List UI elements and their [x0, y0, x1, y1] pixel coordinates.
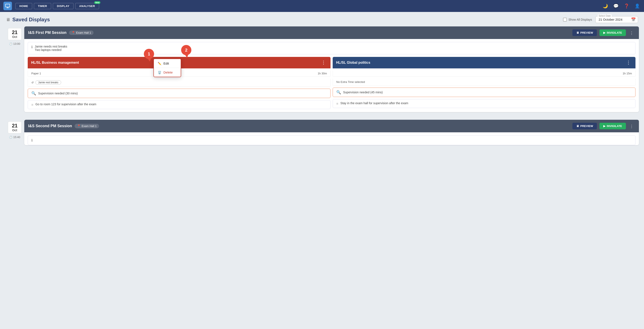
date-day-2: 21: [8, 123, 21, 128]
page-title: Saved Displays: [12, 16, 50, 22]
delete-label: Delete: [164, 70, 172, 74]
date-time-2: 🕐 15:40: [9, 136, 20, 139]
page-title-wrap: 🖥 Saved Displays: [6, 16, 50, 22]
nav-icons: 🌙 💬 ❓ 👤: [602, 2, 640, 10]
edit-label: Edit: [164, 62, 169, 65]
subject-more-button-2[interactable]: ⋮: [625, 60, 632, 66]
show-all-checkbox[interactable]: [563, 18, 567, 22]
note-text-2: Stay in the exam hall for supervision af…: [340, 102, 408, 105]
info-icon-1: ℹ: [31, 45, 32, 49]
session-header-1: I&S First PM Session 📍 Exam Hall 1 🖥 PRE…: [24, 26, 639, 39]
date-badge-2: 21 Oct: [8, 122, 22, 134]
session-2-section: 21 Oct 🕐 15:40 I&S Second PM Session 📍 E…: [5, 120, 639, 145]
location-label-1: Exam Hall 1: [76, 31, 91, 34]
page-header-right: Show All Displays Select Date 21 October…: [563, 16, 638, 23]
no-extra-time-text: No Extra Time selected: [336, 80, 365, 84]
nav-home-button[interactable]: HOME: [15, 3, 32, 9]
session-location-2: 📍 Exam Hall 1: [74, 124, 99, 128]
session-location-1: 📍 Exam Hall 1: [69, 30, 94, 35]
date-field-label: Select Date: [598, 14, 612, 17]
paper-label-1: Paper 1: [31, 72, 41, 75]
supervision-text-1: Supervision needed (30 mins): [38, 92, 78, 95]
note-icon-2: ≡: [336, 102, 338, 106]
session-2-col: I&S Second PM Session 📍 Exam Hall 1 🖥 PR…: [24, 120, 639, 145]
location-label-2: Exam Hall 1: [82, 124, 96, 128]
duration-1: 1h 30m: [318, 72, 327, 75]
location-pin-icon-1: 📍: [72, 31, 75, 34]
main-content: 21 Oct 🕐 13:00 I&S First PM Session: [5, 26, 639, 116]
nav-analyser-wrap: ANALYSER New: [75, 3, 99, 9]
time-value-2: 15:40: [13, 136, 20, 139]
app-logo: [4, 2, 12, 10]
ellipsis-icon-1: ⋮: [630, 31, 634, 35]
date-picker-wrap[interactable]: Select Date 21 October 2024 📅: [596, 16, 638, 23]
date-month-1: Oct: [8, 35, 21, 38]
date-badge-wrap-2: 21 Oct 🕐 15:40: [5, 120, 24, 139]
preview-button-2[interactable]: 🖥 PREVIEW: [572, 123, 597, 129]
clock-icon-2: 🕐: [9, 136, 12, 139]
info-line1: Jamie needs rest breaks: [35, 45, 67, 48]
nav-timer-button[interactable]: TIMER: [34, 3, 51, 9]
note-text-1: Go to room 123 for supervision after the…: [36, 102, 96, 106]
invigilate-button-2[interactable]: ▶ INVIGILATE: [600, 123, 626, 129]
edit-icon: ✏️: [158, 62, 161, 65]
extra-time-row-2: No Extra Time selected: [333, 79, 636, 86]
preview-icon-1: 🖥: [576, 31, 579, 34]
show-all-wrap: Show All Displays: [563, 18, 592, 22]
supervision-text-2: Supervision needed (45 mins): [343, 90, 383, 94]
supervision-icon-1: 🔍: [31, 91, 36, 96]
subject-name-2: HL/SL Global politics: [336, 61, 370, 64]
navbar: HOME TIMER DISPLAY ANALYSER New 🌙 💬 ❓ 👤: [0, 0, 644, 12]
subject-header-2: HL/SL Global politics ⋮: [333, 57, 636, 68]
nav-analyser-button[interactable]: ANALYSER: [75, 3, 99, 9]
help-icon[interactable]: ❓: [623, 2, 630, 10]
session-card-2: I&S Second PM Session 📍 Exam Hall 1 🖥 PR…: [24, 120, 639, 145]
preview-button-1[interactable]: 🖥 PREVIEW: [572, 30, 597, 36]
new-badge: New: [94, 1, 100, 4]
date-sidebar-2: 21 Oct 🕐 15:40: [5, 120, 24, 145]
date-field-value: 21 October 2024: [598, 18, 622, 21]
date-month-2: Oct: [8, 128, 21, 132]
play-icon-1: ▶: [603, 31, 606, 34]
user-icon[interactable]: 👤: [634, 2, 640, 10]
session-more-button-2[interactable]: ⋮: [628, 123, 635, 129]
date-time-1: 🕐 13:00: [9, 42, 20, 46]
session-more-button-1[interactable]: ⋮: [628, 30, 635, 36]
extra-time-chip-1[interactable]: Jamie rest breaks: [36, 80, 61, 84]
nav-display-button[interactable]: DISPLAY: [53, 3, 74, 9]
info-box-1: ℹ Jamie needs rest breaks Two laptops ne…: [28, 42, 636, 54]
date-badge-wrap-1: 21 Oct 🕐 13:00: [5, 26, 24, 46]
date-sidebar-1: 21 Oct 🕐 13:00: [5, 26, 24, 116]
show-all-label[interactable]: Show All Displays: [568, 18, 592, 21]
sessions-col-1: I&S First PM Session 📍 Exam Hall 1 🖥 PRE…: [24, 26, 639, 116]
subject-more-button-1[interactable]: ⋮: [320, 60, 327, 66]
session-title-1: I&S First PM Session: [28, 30, 66, 35]
session-header-2: I&S Second PM Session 📍 Exam Hall 1 🖥 PR…: [24, 120, 639, 132]
page-header: 🖥 Saved Displays Show All Displays Selec…: [5, 16, 639, 23]
info-box-2: ℹ: [28, 135, 636, 145]
preview-icon-2: 🖥: [576, 124, 579, 128]
chat-icon[interactable]: 💬: [612, 2, 619, 10]
subject-col-2: HL/SL Global politics ⋮ 1h 15m No Extra …: [333, 57, 636, 109]
delete-icon: 🗑️: [158, 71, 161, 74]
context-menu-delete[interactable]: 🗑️ Delete: [154, 68, 181, 77]
extra-time-row-1: ↺ Jamie rest breaks: [28, 79, 330, 86]
date-badge-1: 21 Oct: [8, 28, 22, 40]
info-line2: Two laptops needed: [35, 48, 67, 52]
note-box-2: ≡ Stay in the exam hall for supervision …: [333, 99, 636, 108]
calendar-icon: 📅: [631, 17, 636, 22]
info-icon-2: ℹ: [31, 138, 32, 142]
session-title-2: I&S Second PM Session: [28, 124, 72, 128]
svg-rect-0: [6, 4, 10, 7]
invigilate-button-1[interactable]: ▶ INVIGILATE: [600, 30, 626, 36]
subjects-row-1: HL/SL Business management ⋮ Paper 1 1h 3…: [28, 57, 636, 109]
dark-mode-icon[interactable]: 🌙: [602, 2, 608, 10]
note-box-1: ≡ Go to room 123 for supervision after t…: [28, 100, 330, 109]
session-1-row: 21 Oct 🕐 13:00 I&S First PM Session: [5, 26, 639, 116]
info-text-1: Jamie needs rest breaks Two laptops need…: [35, 45, 67, 52]
subject-name-1: HL/SL Business management: [31, 61, 79, 64]
session-card-1: I&S First PM Session 📍 Exam Hall 1 🖥 PRE…: [24, 26, 639, 112]
context-menu-edit[interactable]: ✏️ Edit: [154, 59, 181, 68]
ellipsis-icon-2: ⋮: [630, 124, 634, 128]
session-footer-blur: ℹ: [24, 132, 639, 145]
